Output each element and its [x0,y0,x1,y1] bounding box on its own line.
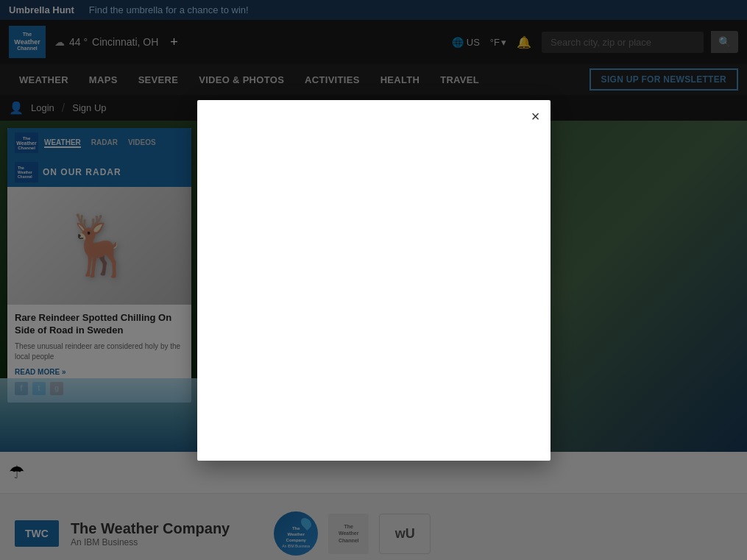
modal-close-button[interactable]: × [531,109,540,124]
modal-overlay[interactable]: × [0,0,747,560]
modal-dialog: × [197,100,550,461]
